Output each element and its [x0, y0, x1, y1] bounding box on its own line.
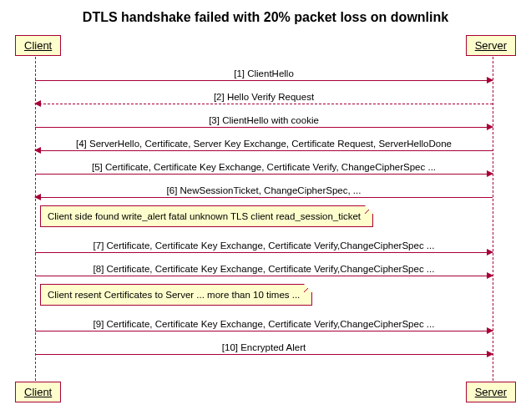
participant-client-bottom: Client	[15, 382, 61, 402]
message-label: [7] Certificate, Certificate Key Exchang…	[35, 240, 493, 250]
message-label: [9] Certificate, Certificate Key Exchang…	[35, 319, 493, 329]
message-label: [1] ClientHello	[35, 68, 493, 78]
arrow-left-icon	[34, 100, 41, 107]
arrow-right-icon	[487, 124, 493, 130]
arrow-right-icon	[487, 77, 493, 83]
arrow-left-icon	[34, 147, 41, 154]
message-label: [2] Hello Verify Request	[35, 92, 493, 102]
message-10: [10] Encrypted Alert	[35, 354, 493, 371]
participant-server-bottom: Server	[466, 382, 516, 402]
participant-client-top: Client	[15, 35, 61, 56]
arrow-left-icon	[34, 194, 41, 200]
message-label: [10] Encrypted Alert	[35, 342, 493, 352]
arrow-right-icon	[487, 272, 493, 279]
participant-server-top: Server	[466, 35, 516, 56]
message-label: [4] ServerHello, Certificate, Server Key…	[35, 139, 493, 149]
message-label: [5] Certificate, Certificate Key Exchang…	[35, 162, 493, 172]
arrow-right-icon	[487, 249, 493, 256]
note-2: Client resent Certificates to Server ...…	[40, 284, 312, 306]
arrow-right-icon	[487, 170, 493, 177]
message-label: [6] NewSessionTicket, ChangeCipherSpec, …	[35, 185, 493, 195]
message-label: [3] ClientHello with cookie	[35, 115, 493, 125]
diagram-title: DTLS handshake failed with 20% packet lo…	[7, 10, 524, 25]
note-1: Client side found write_alert fatal unkn…	[40, 205, 373, 227]
arrow-right-icon	[487, 351, 493, 357]
message-label: [8] Certificate, Certificate Key Exchang…	[35, 264, 493, 274]
sequence-diagram: Client Server [1] ClientHello [2] Hello …	[7, 35, 524, 402]
arrow-right-icon	[487, 327, 493, 334]
